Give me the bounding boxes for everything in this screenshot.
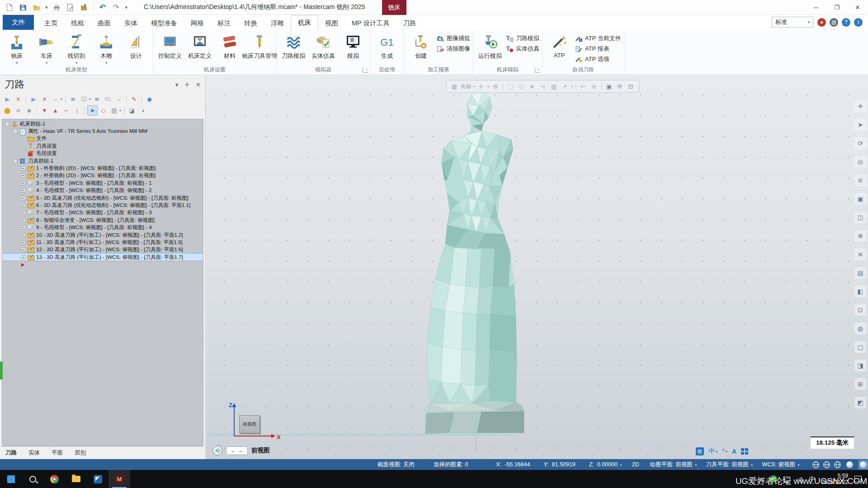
manager-tab-刀路[interactable]: 刀路 [5, 449, 17, 457]
help-icon[interactable]: ? [842, 18, 850, 27]
display-options-icon[interactable]: ▤ [109, 106, 119, 115]
regen-dirty-icon[interactable]: ✕ [40, 94, 49, 104]
expand-icon[interactable]: + [21, 225, 25, 230]
graphics-viewport[interactable]: ▦光标▾✛▾⚙⬚◇➤∿▧↗▾↩⊘▣⟳⊡ ✛➤⟳◎⊘▣◫⊕≋▤◧⊡◍▢◨⊞◩ Z … [206, 75, 868, 459]
tree-row[interactable]: −毛坯设置 [2, 150, 203, 157]
dialog-launcher-icon[interactable]: ↘ [363, 67, 368, 73]
select-by-toolpath-icon[interactable]: ➤ [88, 106, 97, 115]
unselect-all-operations-icon[interactable]: ✕ [14, 94, 23, 104]
simulator-options-icon[interactable]: ≋ [92, 94, 102, 104]
tab-MP 设计工具[interactable]: MP 设计工具 [345, 16, 396, 30]
ribbon-button-材料[interactable]: 材料 [216, 32, 244, 65]
tab-刀路[interactable]: 刀路 [396, 16, 423, 30]
minimize-button[interactable]: ─ [806, 0, 826, 15]
print-icon[interactable] [52, 3, 61, 12]
rotate-view-icon[interactable]: ⟳ [615, 82, 624, 91]
ribbon-button-车床[interactable]: 车床▾ [33, 32, 61, 65]
tree-row[interactable]: +12 - 3D 高速刀路 (平行加工) - [WCS: 俯视图] - [刀具面… [2, 246, 203, 253]
tree-row[interactable]: +3 - 毛坯模型 - [WCS: 俯视图] - [刀具面: 前视图] - 1 [2, 179, 203, 187]
select-by-geometry-icon[interactable]: ◇ [99, 106, 108, 115]
save-icon[interactable] [18, 3, 27, 12]
tree-row[interactable]: −属性 - Haas VF - TR Series 5 Axis Trunnio… [2, 127, 203, 135]
redo-button[interactable]: ↷ [112, 3, 121, 12]
ribbon-button-刀路模拟[interactable]: 刀路模拟 [279, 32, 307, 65]
degree-display-icon[interactable]: °▾ [722, 448, 727, 455]
select-window-icon[interactable]: ⬚ [506, 82, 515, 91]
manager-tab-平面[interactable]: 平面 [52, 449, 63, 457]
ribbon-button-刀路模拟[interactable]: 刀路模拟 [506, 34, 539, 42]
move-down-icon[interactable]: ▼ [40, 106, 49, 115]
y-coordinate[interactable]: Y: 81.50919 [543, 461, 575, 468]
move-insert-icon[interactable]: ⌐ [61, 106, 71, 115]
collapse-icon[interactable]: − [13, 159, 17, 163]
fit-view-icon[interactable]: ⊡ [626, 82, 635, 91]
post-selected-icon[interactable]: → [114, 94, 123, 104]
plane-split-icon[interactable]: ◫ [854, 211, 866, 223]
move-up-icon[interactable]: ▲ [51, 106, 60, 115]
select-single-icon[interactable]: ➤ [528, 82, 537, 91]
pin-icon[interactable]: ✛ [184, 81, 189, 88]
collapse-icon[interactable]: − [13, 129, 17, 133]
tree-row[interactable]: +11 - 3D 高速刀路 (平行加工) - [WCS: 俯视图] - [刀具面… [2, 239, 203, 246]
chrome-app[interactable] [43, 470, 65, 488]
section-view-icon[interactable]: ▣ [854, 193, 866, 205]
expand-icon[interactable]: + [21, 248, 25, 252]
ribbon-button-ATP 报表[interactable]: ATP 报表 [575, 45, 621, 53]
ribbon-button-线切割[interactable]: 线切割▾ [62, 32, 90, 65]
edit-common-parameters-icon[interactable]: ✎ [129, 94, 139, 104]
ribbon-button-实体仿真[interactable]: 实体仿真 [506, 45, 539, 53]
expand-icon[interactable]: + [21, 174, 25, 178]
collapse-icon[interactable]: − [5, 122, 9, 126]
ribbon-button-ATP[interactable]: ATP [545, 32, 573, 64]
maximize-button[interactable]: ❐ [826, 0, 847, 15]
half-shade-icon[interactable]: ◧ [854, 286, 866, 297]
lock-icon[interactable]: ⬤ [3, 106, 12, 115]
new-file-icon[interactable] [5, 3, 14, 12]
expand-icon[interactable]: + [21, 218, 25, 222]
tab-浮雕[interactable]: 浮雕 [264, 16, 291, 30]
display-list-icon[interactable]: ▤ [854, 267, 866, 279]
tab-转换[interactable]: 转换 [237, 16, 264, 30]
cycle-view-icon[interactable]: ⟲ [212, 446, 222, 455]
tree-row[interactable]: +8 - 智能综合渐变 - [WCS: 俯视图] - [刀具面: 俯视图] [2, 216, 203, 224]
ime-badge-icon[interactable]: 收 [696, 447, 704, 455]
ghost-toolpath-icon[interactable]: ☻ [24, 106, 34, 115]
ribbon-button-木雕[interactable]: 木雕▾ [92, 32, 120, 65]
tree-row[interactable]: +2 - 外形铣削 (2D) - [WCS: 俯视图] - [刀具面: 右视图] [2, 172, 203, 179]
panel-right-icon[interactable]: ◨ [854, 360, 866, 371]
expand-icon[interactable]: + [21, 166, 25, 170]
ribbon-button-生成[interactable]: 生成 [373, 32, 401, 65]
cplane-selector[interactable]: 绘图平面: 前视图▾ [650, 461, 697, 469]
shading-on-icon[interactable] [859, 460, 868, 469]
tab-线框[interactable]: 线框 [64, 16, 91, 30]
blue-app[interactable] [87, 470, 108, 488]
tab-模型准备[interactable]: 模型准备 [144, 16, 184, 30]
expand-icon[interactable]: + [21, 255, 25, 259]
toolpath-display-icon[interactable]: ≋ [854, 249, 866, 260]
context-tab-mill[interactable]: 铣床 [382, 0, 406, 15]
account-icon[interactable]: ● [817, 18, 826, 27]
backplot-icon[interactable]: ≋ [68, 94, 78, 104]
gview-globe-2-icon[interactable] [823, 461, 830, 468]
ribbon-button-铣床[interactable]: 铣床▾ [3, 32, 31, 65]
tab-视图[interactable]: 视图 [318, 16, 345, 30]
start-button[interactable] [0, 470, 22, 488]
blank-box-icon[interactable]: ▢ [854, 341, 866, 353]
zoom-fit-icon[interactable]: ✛ [854, 100, 866, 112]
expand-icon[interactable]: + [21, 240, 25, 244]
report-icon[interactable]: ◑ [138, 106, 147, 115]
expand-icon[interactable]: + [21, 188, 25, 192]
select-chain-icon[interactable]: ∿ [538, 82, 547, 91]
machine-sim-options-icon[interactable]: ◪ [127, 106, 137, 115]
grid-toggle-icon[interactable] [741, 448, 748, 455]
tree-row[interactable]: −机床群组-1 [2, 120, 203, 127]
panel-menu-icon[interactable]: ▾ [175, 81, 179, 88]
regen-selected-icon[interactable]: ▶ [29, 94, 38, 104]
help-circle-icon[interactable]: ◉ [145, 94, 154, 104]
ribbon-button-图像捕捉[interactable]: 图像捕捉 [437, 34, 470, 42]
select-last-icon[interactable]: ↩ [579, 82, 588, 91]
search-button[interactable] [22, 470, 43, 488]
tree-row[interactable]: +10 - 3D 高速刀路 (平行加工) - [WCS: 俯视图] - [刀具面… [2, 231, 203, 239]
expand-icon[interactable]: + [21, 196, 25, 200]
ribbon-button-铣床刀具管理[interactable]: 铣床刀具管理 [245, 32, 274, 65]
